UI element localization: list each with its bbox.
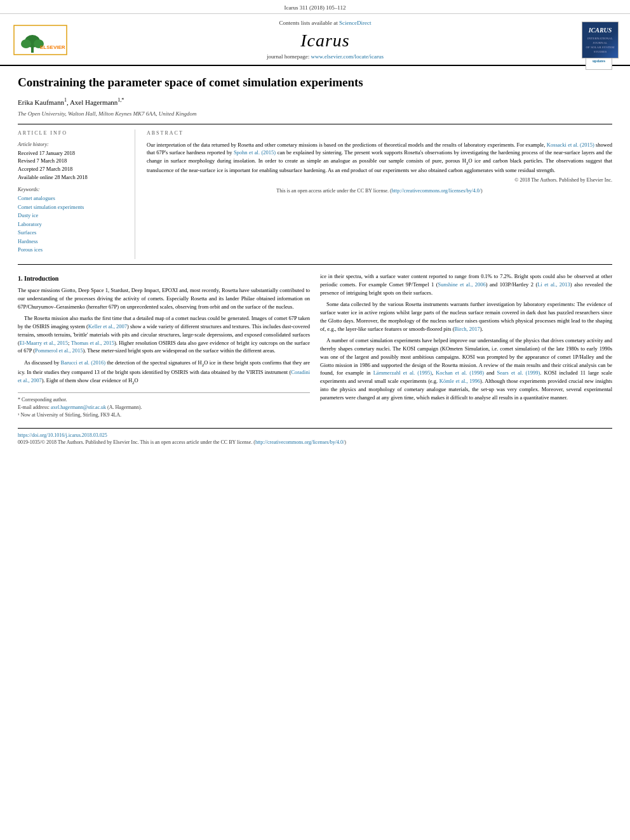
icarus-journal-badge: ICARUS INTERNATIONAL JOURNALOF SOLAR SYS…	[582, 22, 619, 58]
keywords-section: Keywords: Comet analogues Comet simulati…	[18, 186, 128, 255]
corresponding-note: * Corresponding author.	[18, 396, 310, 404]
barucci-ref[interactable]: Barucci et al. (2016)	[61, 359, 105, 366]
keller-ref[interactable]: Keller et al., 2007	[88, 323, 127, 330]
elsevier-logo: ELSEVIER	[11, 25, 69, 55]
introduction-heading: 1. Introduction	[18, 274, 310, 283]
pommerol-ref[interactable]: Pommerol et al., 2015	[35, 347, 83, 354]
sciencedirect-link[interactable]: ScienceDirect	[339, 20, 371, 26]
right-para3: A number of comet simulation experiments…	[320, 337, 612, 401]
intro-para2: The Rosetta mission also marks the first…	[18, 314, 310, 355]
birch-ref[interactable]: Birch, 2017	[455, 326, 480, 332]
komle-ref[interactable]: Kömle et al., 1996	[439, 378, 480, 384]
doi-link-line: https://doi.org/10.1016/j.icarus.2018.03…	[18, 432, 612, 439]
author2-sup: 1,*	[117, 97, 124, 103]
page: Icarus 311 (2018) 105–112 ELSEVIER	[0, 0, 630, 840]
article-body: Checkforupdates Constraining the paramet…	[0, 66, 630, 457]
author2-name: , Axel Hagermann	[67, 98, 117, 105]
article-info-title: ARTICLE INFO	[18, 130, 128, 137]
contents-list: Contents lists available at ScienceDirec…	[69, 19, 582, 27]
kochan-ref[interactable]: Kochan et al. (1998)	[436, 370, 484, 376]
cc-link[interactable]: http://creativecommons.org/licenses/by/4…	[392, 188, 481, 194]
available-date: Available online 28 March 2018	[18, 173, 128, 182]
affiliation: The Open University, Walton Hall, Milton…	[18, 110, 612, 118]
author1-name: Erika Kaufmann	[18, 98, 64, 105]
abstract-section: ABSTRACT Our interpretation of the data …	[147, 130, 612, 259]
li-ref[interactable]: Li et al., 2013	[537, 281, 570, 288]
footnotes: * Corresponding author. E-mail address: …	[18, 392, 310, 419]
right-para2: Some data collected by the various Roset…	[320, 300, 612, 333]
history-label: Article history:	[18, 141, 128, 148]
right-column: ice in their spectra, with a surface wat…	[320, 272, 612, 419]
article-title: Constraining the parameter space of come…	[18, 75, 612, 90]
doi-footer: https://doi.org/10.1016/j.icarus.2018.03…	[18, 428, 612, 446]
keyword-7: Porous ices	[18, 246, 128, 255]
citation-bar: Icarus 311 (2018) 105–112	[0, 0, 630, 14]
abstract-title: ABSTRACT	[147, 130, 612, 137]
journal-title: Icarus	[69, 28, 582, 53]
keyword-6: Hardness	[18, 237, 128, 246]
issn-line: 0019-1035/© 2018 The Authors. Published …	[18, 439, 612, 446]
intro-para3: As discussed by Barucci et al. (2016) th…	[18, 359, 310, 386]
accepted-date: Accepted 27 March 2018	[18, 165, 128, 173]
keywords-label: Keywords:	[18, 186, 128, 193]
lammerzahl-ref[interactable]: Lämmerzahl et al. (1995)	[373, 370, 432, 376]
keyword-4: Laboratory	[18, 220, 128, 229]
footnote-1: ¹ Now at University of Stirling, Stirlin…	[18, 411, 310, 419]
main-columns: 1. Introduction The space missions Giott…	[18, 272, 612, 419]
info-abstract-section: ARTICLE INFO Article history: Received 1…	[18, 124, 612, 265]
keyword-5: Surfaces	[18, 229, 128, 237]
kossacki-ref[interactable]: Kossacki et al. (2015)	[547, 142, 594, 148]
intro-para1: The space missions Giotto, Deep Space 1,…	[18, 286, 310, 310]
journal-homepage: journal homepage: www.elsevier.com/locat…	[69, 53, 582, 61]
svg-text:ELSEVIER: ELSEVIER	[40, 44, 65, 50]
received-date: Received 17 January 2018	[18, 149, 128, 157]
coradini-ref[interactable]: Coradini et al., 2007	[18, 369, 310, 383]
authors-line: Erika Kaufmann1, Axel Hagermann1,*	[18, 97, 612, 107]
copyright-line: © 2018 The Authors. Published by Elsevie…	[147, 177, 612, 183]
email-note: E-mail address: axel.hagermann@stir.ac.u…	[18, 404, 310, 411]
cc-license: This is an open access article under the…	[147, 187, 612, 194]
sears-ref[interactable]: Sears et al. (1999)	[497, 370, 540, 376]
doi-cc-link[interactable]: http://creativecommons.org/licenses/by/4…	[255, 439, 344, 445]
right-para1: ice in their spectra, with a surface wat…	[320, 272, 612, 297]
left-column: 1. Introduction The space missions Giott…	[18, 272, 310, 419]
sunshine-ref[interactable]: Sunshine et al., 2006	[438, 281, 486, 288]
homepage-link[interactable]: www.elsevier.com/locate/icarus	[311, 53, 384, 60]
article-info: ARTICLE INFO Article history: Received 1…	[18, 130, 135, 259]
doi-link[interactable]: https://doi.org/10.1016/j.icarus.2018.03…	[18, 432, 107, 438]
article-history: Article history: Received 17 January 201…	[18, 141, 128, 182]
svg-point-3	[21, 39, 31, 48]
keyword-3: Dusty ice	[18, 211, 128, 220]
revised-date: Revised 7 March 2018	[18, 157, 128, 165]
keyword-2: Comet simulation experiments	[18, 203, 128, 212]
thomas-ref[interactable]: Thomas et al., 2015	[71, 340, 114, 346]
abstract-text: Our interpretation of the data returned …	[147, 141, 612, 175]
keywords-list: Comet analogues Comet simulation experim…	[18, 194, 128, 255]
email-link[interactable]: axel.hagermann@stir.ac.uk	[51, 404, 106, 410]
citation-text: Icarus 311 (2018) 105–112	[284, 4, 345, 11]
journal-center: Contents lists available at ScienceDirec…	[69, 19, 582, 61]
elmaarry-ref[interactable]: El-Maarry et al., 2015	[20, 340, 68, 346]
keyword-1: Comet analogues	[18, 194, 128, 203]
spohn-ref[interactable]: Spohn et al. (2015)	[234, 149, 276, 156]
journal-header: ELSEVIER Contents lists available at Sci…	[0, 14, 630, 66]
